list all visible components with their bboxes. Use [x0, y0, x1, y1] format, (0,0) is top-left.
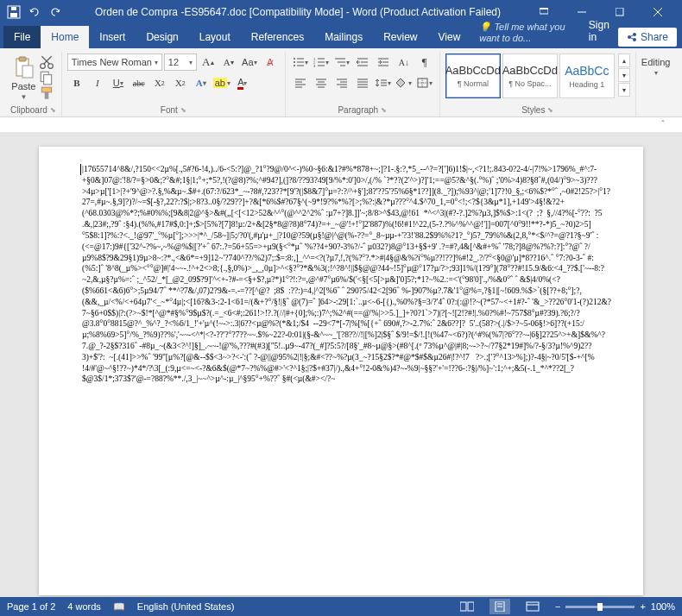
print-layout-button[interactable] [489, 599, 510, 614]
svg-rect-15 [19, 57, 26, 61]
tab-file[interactable]: File [3, 26, 41, 48]
zoom-in-button[interactable]: + [640, 601, 645, 612]
clear-formatting-button[interactable]: A̷ [261, 53, 280, 71]
svg-point-17 [41, 64, 46, 69]
copy-icon[interactable] [39, 71, 54, 85]
editing-button[interactable]: Editing ▾ [641, 57, 671, 77]
style-no-spacing[interactable]: AaBbCcDd ¶ No Spac... [502, 53, 558, 98]
group-styles: AaBbCcDd ¶ Normal AaBbCcDd ¶ No Spac... … [440, 52, 636, 116]
styles-label: Styles [521, 105, 545, 115]
superscript-button[interactable]: X2 [171, 74, 190, 91]
page-indicator[interactable]: Page 1 of 2 [7, 601, 55, 612]
justify-button[interactable] [353, 74, 372, 91]
cut-icon[interactable] [39, 55, 54, 69]
dialog-launcher-icon[interactable]: ⬊ [180, 106, 186, 114]
styles-scroll-down[interactable]: ▾ [618, 68, 630, 82]
shrink-font-button[interactable]: A▾ [219, 53, 238, 71]
chevron-down-icon: ▾ [155, 59, 158, 66]
document-body-text[interactable]: |17655714^8&/,?150<<2µ%[.,5#?6-!4,)../6-… [82, 164, 614, 385]
signin-link[interactable]: Sign in [580, 14, 618, 48]
svg-line-19 [44, 56, 52, 64]
shading-button[interactable]: ▾ [395, 74, 414, 91]
grow-font-button[interactable]: A▴ [199, 53, 218, 71]
document-page[interactable]: |17655714^8&/,?150<<2µ%[.,5#?6-!4,)../6-… [39, 147, 643, 595]
tab-layout[interactable]: Layout [189, 26, 241, 48]
strikethrough-button[interactable]: abc [129, 74, 148, 91]
svg-rect-73 [527, 602, 539, 611]
svg-line-20 [42, 56, 50, 64]
spellcheck-icon[interactable]: 📖 [113, 601, 125, 613]
svg-rect-1 [10, 13, 17, 17]
align-center-button[interactable] [312, 74, 331, 91]
close-button[interactable] [641, 3, 675, 21]
svg-rect-16 [22, 66, 33, 78]
read-mode-button[interactable] [457, 599, 477, 614]
share-button[interactable]: Share [618, 28, 677, 47]
tab-design[interactable]: Design [136, 26, 188, 48]
font-color-button[interactable]: A▾ [233, 74, 252, 91]
highlight-button[interactable]: ab▾ [212, 74, 231, 91]
italic-button[interactable]: I [88, 74, 107, 91]
line-spacing-button[interactable]: ▾ [374, 74, 393, 91]
document-area[interactable]: |17655714^8&/,?150<<2µ%[.,5#?6-!4,)../6-… [0, 133, 682, 597]
tab-view[interactable]: View [428, 26, 471, 48]
change-case-button[interactable]: Aa▾ [240, 53, 259, 71]
decrease-indent-button[interactable] [353, 53, 372, 71]
style-normal[interactable]: AaBbCcDd ¶ Normal [445, 53, 501, 98]
bold-button[interactable]: B [67, 74, 86, 91]
svg-rect-2 [11, 7, 16, 10]
format-painter-icon[interactable] [39, 86, 54, 100]
language-indicator[interactable]: English (United States) [137, 601, 235, 612]
underline-button[interactable]: U▾ [109, 74, 128, 91]
paragraph-label: Paragraph [338, 105, 378, 115]
redo-icon[interactable] [48, 5, 62, 19]
svg-point-18 [48, 64, 54, 69]
save-icon[interactable] [7, 5, 21, 19]
borders-button[interactable]: ▾ [415, 74, 434, 91]
word-count[interactable]: 4 words [67, 601, 101, 612]
font-size-value: 12 [168, 57, 179, 67]
collapse-ribbon-button[interactable]: ˆ [654, 117, 672, 131]
text-effects-button[interactable]: A▾ [192, 74, 211, 91]
dialog-launcher-icon[interactable]: ⬊ [547, 106, 553, 114]
font-name-select[interactable]: Times New Roman▾ [67, 53, 162, 71]
font-size-select[interactable]: 12▾ [164, 53, 197, 71]
styles-scroll-up[interactable]: ▴ [618, 53, 630, 67]
zoom-control: − + 100% [555, 601, 675, 612]
bullets-button[interactable]: ▾ [291, 53, 310, 71]
style-heading1[interactable]: AaBbCc Heading 1 [559, 53, 615, 98]
multilevel-list-button[interactable]: ▾ [332, 53, 351, 71]
svg-rect-69 [468, 602, 474, 611]
web-layout-button[interactable] [522, 599, 543, 614]
tab-mailings[interactable]: Mailings [314, 26, 373, 48]
zoom-level[interactable]: 100% [651, 601, 675, 612]
share-label: Share [641, 31, 668, 43]
tell-me-search[interactable]: 💡 Tell me what you want to do... [470, 16, 580, 48]
status-bar: Page 1 of 2 4 words 📖 English (United St… [0, 597, 682, 616]
styles-expand[interactable]: ▾ [618, 83, 630, 97]
tab-insert[interactable]: Insert [89, 26, 136, 48]
dialog-launcher-icon[interactable]: ⬊ [50, 106, 56, 114]
tab-review[interactable]: Review [373, 26, 427, 48]
zoom-slider[interactable] [565, 606, 635, 608]
numbering-button[interactable]: 123▾ [312, 53, 331, 71]
svg-rect-24 [45, 92, 49, 99]
tab-home[interactable]: Home [41, 26, 89, 48]
tab-references[interactable]: References [241, 26, 314, 48]
undo-icon[interactable] [28, 5, 41, 19]
dialog-launcher-icon[interactable]: ⬊ [381, 106, 387, 114]
sort-button[interactable]: A↓ [395, 53, 414, 71]
subscript-button[interactable]: X2 [150, 74, 169, 91]
increase-indent-button[interactable] [374, 53, 393, 71]
svg-rect-68 [460, 602, 466, 611]
tell-me-label: Tell me what you want to do... [479, 22, 565, 43]
chevron-down-icon: ▾ [654, 69, 658, 77]
show-marks-button[interactable]: ¶ [415, 53, 434, 71]
paste-button[interactable]: Paste ▼ [11, 52, 35, 101]
align-right-button[interactable] [332, 74, 351, 91]
group-clipboard: Paste ▼ Clipboard⬊ [5, 52, 62, 116]
zoom-out-button[interactable]: − [555, 601, 560, 612]
svg-point-27 [294, 61, 295, 63]
ruler-area: ˆ [0, 117, 682, 133]
align-left-button[interactable] [291, 74, 310, 91]
